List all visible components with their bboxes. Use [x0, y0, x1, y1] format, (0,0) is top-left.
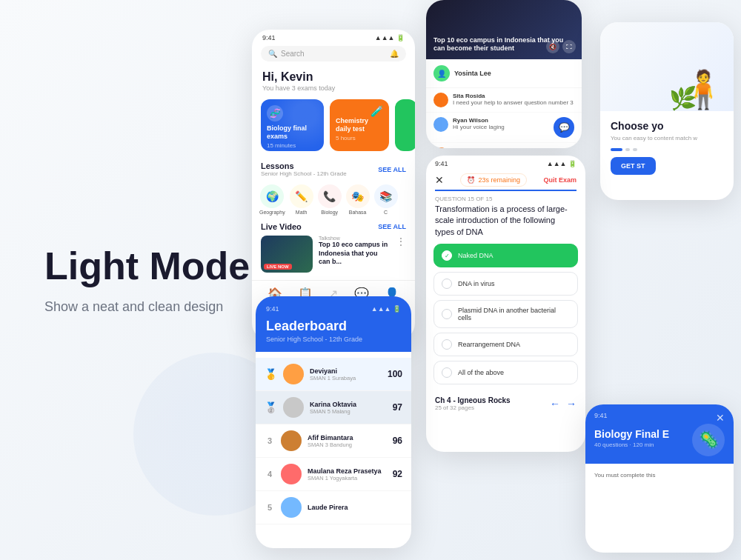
- biology-content: You must complete this: [585, 464, 734, 487]
- phone-main: 9:41 ▲▲▲ 🔋 🔍 Search 🔔 Hi, Kevin You have…: [252, 30, 415, 341]
- option-all-above[interactable]: All of the above: [433, 361, 578, 384]
- lb-score-4: 92: [393, 469, 402, 479]
- live-badge: LIVE NOW: [264, 264, 292, 270]
- chat-avatar-1: [433, 93, 448, 107]
- bio-status-bar: 9:41 ✕: [594, 412, 725, 424]
- onboarding-dots: [611, 148, 723, 151]
- lb-name-1: Deviyani: [310, 367, 382, 375]
- chat-message-2: Ryan Wilson Hi your voice laging 💬: [426, 113, 582, 143]
- host-row: 👤 Yosinta Lee: [426, 59, 582, 88]
- video-card[interactable]: LIVE NOW Talkshow Top 10 eco campus in I…: [261, 236, 406, 273]
- quiz-options: ✓ Naked DNA DNA in virus Plasmid DNA in …: [426, 244, 585, 384]
- lb-school-1: SMAN 1 Surabaya: [310, 375, 382, 381]
- biology-card[interactable]: 🧬 Biology final exams 15 minutes: [261, 99, 324, 151]
- exams-text: You have 3 exams today: [262, 84, 405, 92]
- video-thumbnail: LIVE NOW: [261, 236, 313, 273]
- green-card: [395, 99, 415, 151]
- left-section: Light Mode Show a neat and clean design: [44, 245, 250, 315]
- chat-name-3: Sita Rosida: [453, 147, 485, 148]
- lb-time: 9:41: [266, 305, 279, 313]
- dot-2: [625, 148, 630, 151]
- lb-row-5: 5 Laude Pirera: [256, 491, 411, 524]
- dot-1: [611, 148, 622, 151]
- timer-text: 23s remaining: [478, 176, 520, 184]
- chemistry-card[interactable]: 🧪 Chemistry daily test 5 hours: [330, 99, 389, 151]
- chat-message-3: Sita Rosida: [426, 143, 582, 148]
- quiz-close-button[interactable]: ✕: [435, 174, 444, 186]
- lb-school-4: SMAN 1 Yogyakarta: [308, 475, 387, 481]
- lessons-title: Lessons: [261, 161, 347, 170]
- search-icon: 🔍: [268, 50, 277, 58]
- quiz-time: 9:41: [435, 160, 448, 167]
- lb-status-bar: 9:41 ▲▲▲ 🔋: [266, 305, 401, 313]
- quit-exam-button[interactable]: Quit Exam: [543, 176, 576, 184]
- leaderboard-list: 🥇 Deviyani SMAN 1 Surabaya 100 🥈 Karina …: [256, 352, 411, 530]
- option-circle-2: [442, 279, 452, 289]
- lb-avatar-1: [283, 364, 304, 384]
- option-text-1: Naked DNA: [458, 252, 494, 259]
- phone-video: Top 10 eco campus in Indonesia that you …: [426, 0, 582, 148]
- option-circle-3: [442, 309, 452, 319]
- onboarding-top: 🧍 🌿: [600, 22, 734, 111]
- get-started-button[interactable]: GET ST: [611, 157, 656, 175]
- option-text-5: All of the above: [458, 369, 504, 376]
- bell-icon: 🔔: [390, 50, 399, 58]
- prev-chapter-button[interactable]: ←: [550, 398, 560, 410]
- phone-leaderboard: 9:41 ▲▲▲ 🔋 Leaderboard Senior High Schoo…: [256, 296, 411, 548]
- status-bar-main: 9:41 ▲▲▲ 🔋: [252, 30, 415, 43]
- lesson-c[interactable]: 📚 C: [374, 184, 398, 215]
- lessons-see-all[interactable]: SEE ALL: [378, 166, 406, 173]
- option-dna-virus[interactable]: DNA in virus: [433, 272, 578, 296]
- next-chapter-button[interactable]: →: [566, 398, 576, 410]
- lb-name-5: Laude Pirera: [308, 504, 402, 511]
- phone-biology: 9:41 ✕ Biology Final E 40 questions · 12…: [585, 404, 734, 553]
- lessons-subtitle: Senior High School - 12th Grade: [261, 170, 347, 177]
- lb-rank-5: 5: [265, 503, 275, 512]
- chat-name-1: Sita Rosida: [453, 93, 574, 99]
- biology-header: 9:41 ✕ Biology Final E 40 questions · 12…: [585, 404, 734, 464]
- chat-message-1: Sita Rosida I need your help to answer q…: [426, 88, 582, 113]
- lesson-biology[interactable]: 📞 Biology: [318, 184, 342, 215]
- option-naked-dna[interactable]: ✓ Naked DNA: [433, 244, 578, 267]
- quiz-question: Transformation is a process of large-sca…: [426, 204, 585, 244]
- video-menu-icon[interactable]: ⋮: [396, 236, 406, 247]
- bio-subject-icon: 🦠: [692, 424, 725, 456]
- timer-icon: ⏰: [467, 176, 475, 184]
- bio-close-button[interactable]: ✕: [716, 412, 725, 424]
- lesson-math[interactable]: ✏️ Math: [290, 184, 313, 215]
- live-video-section: Live Video SEE ALL LIVE NOW Talkshow Top…: [252, 219, 415, 276]
- phone-onboarding: 🧍 🌿 Choose yo You can easy to content ma…: [600, 22, 734, 200]
- phone-quiz: 9:41 ▲▲▲ 🔋 ✕ ⏰ 23s remaining Quit Exam Q…: [426, 156, 585, 452]
- lb-avatar-2: [283, 397, 304, 418]
- lb-avatar-3: [281, 430, 302, 451]
- phones-area: 9:41 ▲▲▲ 🔋 🔍 Search 🔔 Hi, Kevin You have…: [207, 0, 741, 560]
- lessons-list: 🌍 Geography ✏️ Math 📞 Biology 🎭 Bahasa 📚…: [252, 180, 415, 219]
- lb-score-1: 100: [388, 369, 402, 379]
- search-bar[interactable]: 🔍 Search 🔔: [261, 46, 406, 61]
- biology-desc: You must complete this: [594, 471, 725, 479]
- leaderboard-title: Leaderboard: [266, 319, 401, 334]
- subtitle: Show a neat and clean design: [44, 299, 250, 315]
- lesson-bahasa[interactable]: 🎭 Bahasa: [346, 184, 370, 215]
- live-see-all[interactable]: SEE ALL: [378, 223, 406, 230]
- chapter-pages: 25 of 32 pages: [435, 404, 511, 411]
- chat-avatar-3: [433, 147, 448, 148]
- chat-avatar-2: [433, 117, 448, 132]
- video-tag: Talkshow: [319, 236, 390, 241]
- onboarding-desc: You can easy to content match w: [611, 135, 723, 142]
- lesson-geography[interactable]: 🌍 Geography: [259, 184, 285, 215]
- option-circle-4: [442, 339, 452, 350]
- option-plasmid-dna[interactable]: Plasmid DNA in another bacterial cells: [433, 300, 578, 328]
- phone-main-header: Hi, Kevin You have 3 exams today: [252, 64, 415, 95]
- lb-school-2: SMAN 5 Malang: [310, 408, 387, 415]
- chapter-title: Ch 4 - Igneous Rocks: [435, 396, 511, 404]
- option-text-2: DNA in virus: [458, 280, 495, 287]
- mute-icon[interactable]: 🔇: [546, 40, 559, 53]
- main-title: Light Mode: [44, 245, 250, 287]
- leaderboard-header: 9:41 ▲▲▲ 🔋 Leaderboard Senior High Schoo…: [256, 296, 411, 352]
- option-rearrangement-dna[interactable]: Rearrangement DNA: [433, 333, 578, 356]
- reply-button[interactable]: 💬: [554, 117, 574, 138]
- option-text-3: Plasmid DNA in another bacterial cells: [458, 307, 570, 321]
- fullscreen-icon[interactable]: ⛶: [562, 40, 576, 53]
- option-circle-1: ✓: [442, 250, 452, 261]
